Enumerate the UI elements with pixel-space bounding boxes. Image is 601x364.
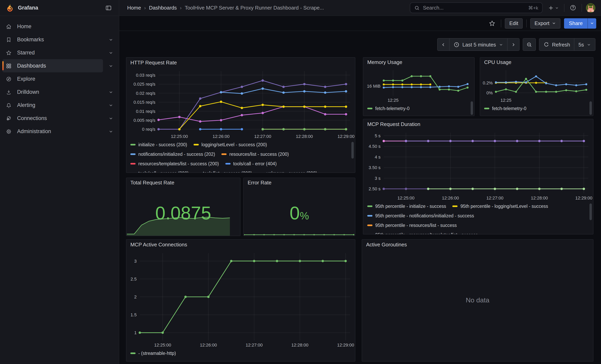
toolbar-divider — [501, 19, 501, 27]
legend-row: resources/templates/list - success (200)… — [130, 159, 351, 168]
chevron-down-icon — [499, 42, 503, 47]
sidebar-item-label: Starred — [17, 50, 103, 56]
chevron-down-icon[interactable] — [109, 63, 113, 68]
stat-value: 0% — [244, 204, 355, 222]
panel-title[interactable]: Error Rate — [244, 178, 355, 187]
chevron-down-icon[interactable] — [109, 103, 113, 108]
legend-item[interactable]: 95th percentile - logging/setLevel - suc… — [452, 204, 548, 209]
header: Home›Dashboards›ToolHive MCP Server & Pr… — [119, 0, 601, 16]
panel-title[interactable]: Memory Usage — [363, 58, 474, 67]
legend-item[interactable]: resources/templates/list - success (200) — [130, 161, 219, 166]
favorite-star-icon[interactable] — [487, 18, 497, 29]
panel-title[interactable]: MCP Active Connections — [126, 240, 355, 250]
legend-item[interactable]: 95th percentile - initialize - success — [367, 204, 446, 209]
sidebar-item-label: Administration — [17, 128, 103, 134]
sidebar-item-bookmarks[interactable]: Bookmarks — [0, 33, 119, 46]
help-icon[interactable] — [568, 3, 578, 13]
sidebar-item-starred[interactable]: Starred — [0, 46, 119, 59]
chevron-down-icon[interactable] — [109, 129, 113, 134]
search-box[interactable]: ⌘+k — [410, 2, 542, 13]
zoom-out-button[interactable] — [523, 39, 535, 50]
http-request-rate-chart[interactable]: 12:25:0012:26:0012:27:0012:28:0012:29:00… — [126, 68, 355, 140]
export-button[interactable]: Export — [530, 18, 561, 29]
panel-title[interactable]: Total Request Rate — [126, 178, 240, 187]
memory-usage-legend: fetch-telemetry-0 — [363, 104, 474, 115]
error-rate-sparkline[interactable] — [244, 230, 355, 236]
legend-scrollbar-thumb[interactable] — [590, 101, 592, 115]
refresh-button[interactable]: Refresh — [539, 39, 574, 50]
sidebar-item-alerting[interactable]: Alerting — [0, 98, 119, 112]
sidebar-item-administration[interactable]: Administration — [0, 125, 119, 138]
svg-text:0.2%: 0.2% — [483, 80, 493, 85]
cpu-usage-legend: fetch-telemetry-0 — [480, 104, 593, 115]
legend-item[interactable]: notifications/initialized - success (202… — [130, 152, 215, 157]
sidebar-item-drilldown[interactable]: Drilldown — [0, 85, 119, 98]
svg-text:4.50 s: 4.50 s — [369, 144, 381, 149]
refresh-interval-picker[interactable]: 5s — [575, 39, 595, 50]
header-divider — [564, 4, 564, 12]
edit-button[interactable]: Edit — [505, 18, 523, 29]
legend-item[interactable]: initialize - success (200) — [130, 142, 187, 147]
mcp-active-connections-chart[interactable]: 12:25:0012:26:0012:27:0012:28:0012:29:00… — [126, 250, 355, 348]
chevron-down-icon[interactable] — [109, 50, 113, 55]
legend-scrollbar-thumb[interactable] — [351, 142, 354, 158]
panel-title[interactable]: HTTP Request Rate — [126, 58, 355, 68]
time-range-picker[interactable]: Last 5 minutes — [450, 39, 507, 50]
breadcrumb-item[interactable]: Home — [127, 5, 141, 11]
chevron-down-icon[interactable] — [109, 37, 113, 42]
legend-item[interactable]: 95th percentile - resources/templates/li… — [367, 232, 478, 235]
legend-item[interactable]: tools/list - success (200) — [195, 171, 252, 173]
sidebar-item-explore[interactable]: Explore — [0, 72, 119, 85]
avatar[interactable] — [586, 3, 595, 12]
sidebar-item-label: Connections — [17, 115, 103, 121]
total-request-rate-sparkline[interactable] — [127, 213, 240, 236]
legend-item[interactable]: resources/list - success (200) — [221, 152, 289, 157]
panel-title[interactable]: CPU Usage — [480, 58, 593, 67]
legend-marker — [195, 172, 200, 173]
time-shift-forward-button[interactable] — [507, 39, 519, 50]
legend-item[interactable]: tools/call - success (200) — [130, 171, 189, 173]
share-button[interactable]: Share — [564, 18, 588, 29]
chevron-down-icon[interactable] — [109, 90, 113, 94]
panel-mcp-request-duration: MCP Request Duration 12:25:0012:26:0012:… — [363, 119, 593, 235]
legend-row: - (streamable-http) — [130, 348, 351, 358]
sidebar-item-home[interactable]: Home — [0, 20, 119, 33]
grafana-logo-icon[interactable] — [6, 3, 14, 12]
svg-text:0.015 req/s: 0.015 req/s — [134, 100, 155, 105]
sidebar-item-label: Drilldown — [17, 89, 103, 95]
legend-label: 95th percentile - resources/list - succe… — [375, 223, 457, 228]
svg-text:12:26:00: 12:26:00 — [212, 134, 230, 139]
search-input[interactable] — [423, 5, 525, 11]
sidebar-item-connections[interactable]: Connections — [0, 112, 119, 125]
legend-scrollbar-thumb[interactable] — [590, 204, 592, 220]
legend-item[interactable]: 95th percentile - notifications/initiali… — [367, 213, 474, 218]
svg-text:12:29:00: 12:29:00 — [575, 196, 592, 200]
sidebar-item-dashboards[interactable]: Dashboards — [0, 59, 119, 72]
panel-title[interactable]: Active Goroutines — [362, 240, 593, 250]
time-shift-back-button[interactable] — [438, 39, 450, 50]
legend-item[interactable]: tools/call - error (404) — [225, 161, 277, 166]
memory-usage-chart[interactable]: 12:2516 MiB — [363, 67, 474, 104]
panel-mcp-active-connections: MCP Active Connections 12:25:0012:26:001… — [126, 239, 355, 362]
add-new-button[interactable] — [547, 3, 560, 13]
legend-item[interactable]: unknown - success (200) — [258, 171, 317, 173]
share-menu-caret[interactable] — [588, 18, 596, 29]
legend-scrollbar-thumb[interactable] — [471, 101, 473, 115]
cpu-usage-chart[interactable]: 12:250.2%0% — [480, 67, 593, 104]
svg-text:3 s: 3 s — [375, 176, 381, 181]
legend-marker — [258, 172, 263, 173]
legend-item[interactable]: fetch-telemetry-0 — [484, 106, 526, 111]
legend-item[interactable]: fetch-telemetry-0 — [367, 106, 410, 111]
panel-error-rate: Error Rate 0% — [243, 178, 355, 236]
legend-item[interactable]: - (streamable-http) — [130, 351, 176, 356]
legend-marker — [452, 206, 458, 207]
mcp-request-duration-chart[interactable]: 12:25:0012:26:0012:27:0012:28:0012:29:00… — [363, 129, 593, 201]
dock-sidebar-icon[interactable] — [104, 3, 113, 12]
legend-item[interactable]: 95th percentile - resources/list - succe… — [367, 223, 457, 228]
legend-item[interactable]: logging/setLevel - success (200) — [193, 142, 267, 147]
breadcrumb-item[interactable]: Dashboards — [149, 5, 177, 11]
legend-marker — [130, 144, 136, 146]
panel-title[interactable]: MCP Request Duration — [363, 119, 593, 129]
svg-text:0 req/s: 0 req/s — [142, 127, 155, 132]
chevron-down-icon[interactable] — [109, 116, 113, 121]
